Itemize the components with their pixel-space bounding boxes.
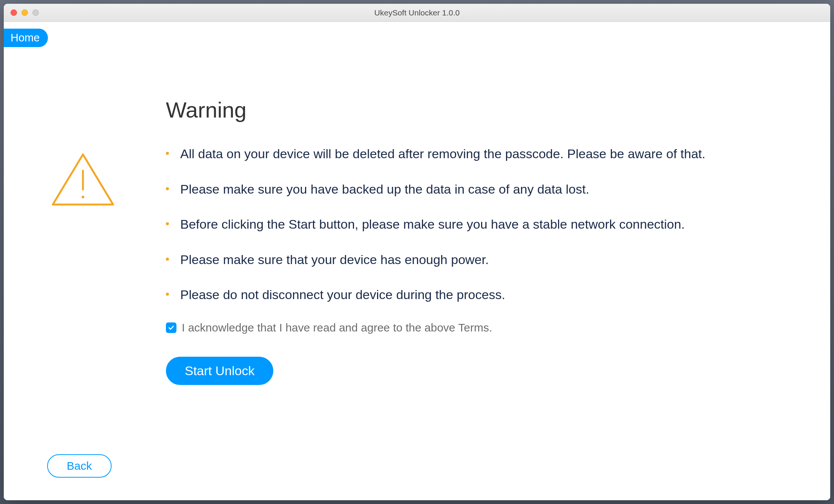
start-unlock-label: Start Unlock: [185, 363, 254, 378]
home-tab-label: Home: [11, 32, 40, 44]
minimize-window-button[interactable]: [21, 9, 28, 16]
main-area: Warning All data on your device will be …: [166, 97, 800, 385]
list-item: Before clicking the Start button, please…: [166, 215, 800, 234]
list-item-text: Please make sure that your device has en…: [180, 251, 489, 269]
back-button[interactable]: Back: [47, 454, 112, 478]
app-window: UkeySoft Unlocker 1.0.0 Home Warning All…: [4, 4, 830, 500]
home-tab[interactable]: Home: [4, 29, 48, 47]
warning-list: All data on your device will be deleted …: [166, 145, 800, 304]
bullet-icon: [166, 152, 169, 155]
list-item: Please make sure you have backed up the …: [166, 180, 800, 199]
list-item-text: Please do not disconnect your device dur…: [180, 286, 505, 304]
titlebar: UkeySoft Unlocker 1.0.0: [4, 4, 830, 22]
bullet-icon: [166, 187, 169, 190]
acknowledge-checkbox[interactable]: [166, 322, 176, 333]
bullet-icon: [166, 258, 169, 261]
list-item-text: Before clicking the Start button, please…: [180, 215, 685, 234]
bullet-icon: [166, 293, 169, 296]
close-window-button[interactable]: [11, 9, 17, 16]
list-item: Please do not disconnect your device dur…: [166, 286, 800, 304]
acknowledge-row: I acknowledge that I have read and agree…: [166, 321, 800, 334]
svg-point-1: [82, 196, 84, 199]
traffic-lights: [4, 9, 39, 16]
list-item: Please make sure that your device has en…: [166, 251, 800, 269]
list-item-text: All data on your device will be deleted …: [180, 145, 705, 163]
maximize-window-button: [32, 9, 39, 16]
window-title: UkeySoft Unlocker 1.0.0: [374, 8, 460, 17]
acknowledge-label: I acknowledge that I have read and agree…: [182, 321, 492, 334]
content-area: Home Warning All data on your device wil…: [4, 22, 830, 500]
back-button-label: Back: [67, 460, 92, 472]
start-unlock-button[interactable]: Start Unlock: [166, 357, 273, 385]
list-item-text: Please make sure you have backed up the …: [180, 180, 589, 199]
page-heading: Warning: [166, 97, 800, 122]
warning-icon: [49, 150, 117, 212]
list-item: All data on your device will be deleted …: [166, 145, 800, 163]
check-icon: [167, 324, 175, 331]
bullet-icon: [166, 222, 169, 225]
